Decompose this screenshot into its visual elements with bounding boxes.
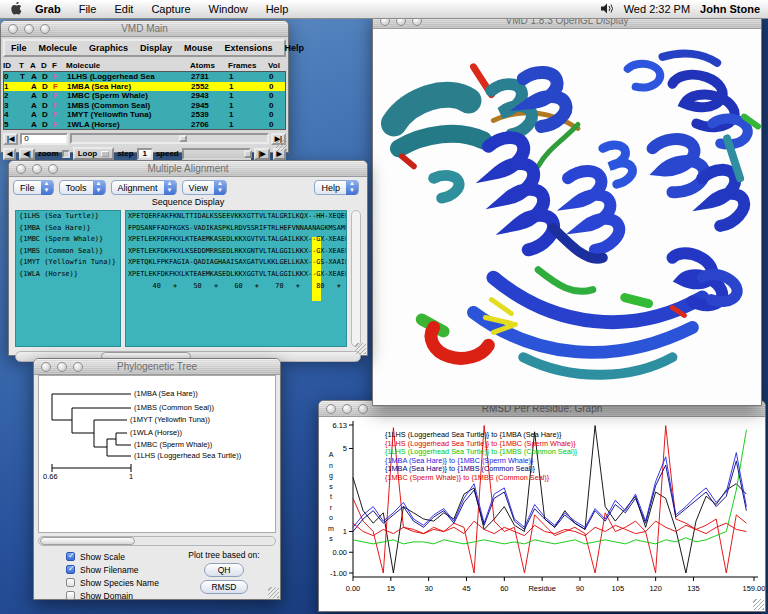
molecule-cell: 5 [4, 120, 20, 129]
show-scale-checkbox[interactable] [66, 552, 75, 561]
speed-slider[interactable] [182, 148, 252, 160]
sequence-name[interactable]: {1WLA (Horse)} [16, 269, 120, 281]
menubar-item-file[interactable]: File [70, 3, 106, 15]
sequence-name[interactable]: {1MBA (Sea Hare)} [16, 223, 120, 235]
resize-grip[interactable] [753, 599, 764, 610]
zoom-checkbox[interactable] [62, 150, 70, 158]
svg-text:135: 135 [687, 584, 700, 593]
menu-help[interactable]: Help [279, 43, 311, 53]
molecule-row[interactable]: 0TADF1LHS (Loggerhead Sea273110 [4, 72, 285, 82]
molecule-cell: 0 [269, 101, 289, 110]
show-species-label: Show Species Name [80, 578, 159, 588]
rmsd-button[interactable]: RMSD [200, 580, 247, 594]
menubar-user[interactable]: John Stone [700, 3, 760, 15]
scale-min-label: 0.66 [43, 472, 58, 481]
sequence-row[interactable]: FPDSANFFADFKGKS-VADIKASPKLRDVSSRIFTRLHEF… [126, 223, 346, 235]
molecule-cell: 1MBS (Common Seal) [67, 101, 191, 110]
molecule-cell: 2 [4, 91, 20, 100]
tree-leaf-label[interactable]: (1MBC (Sperm Whale)) [134, 440, 212, 449]
sequence-row[interactable]: XPETLEKFDRFKXLKTEAEMKASEDLKKXGVTVLTALGAI… [126, 234, 346, 246]
sequence-row[interactable]: XPETQKLFPKFAGIA-QADIAGHAAISAXGATVLKKLGEL… [126, 257, 346, 269]
show-species-checkbox[interactable] [66, 578, 75, 587]
molecule-row[interactable]: 2ADF1MBC (Sperm Whale)294310 [4, 91, 285, 101]
menu-graphics[interactable]: Graphics [83, 43, 134, 53]
vertical-scrollbar[interactable] [351, 210, 361, 347]
molecule-cell: 1MBA (Sea Hare) [67, 82, 191, 91]
alignment-menu-tools[interactable]: Tools▲▼ [59, 180, 106, 195]
jump-start-button[interactable]: |◀ [3, 133, 18, 145]
sequence-row[interactable]: XPETLEKFDKFKXLKTEAEMKASEDLKKXGGTVLTALGGI… [126, 269, 346, 281]
molecule-cell: 0 [269, 72, 289, 81]
step-forward-button[interactable]: |▶ [254, 148, 269, 160]
tree-leaf-label[interactable]: (1MYT (Yellowfin Tuna)) [130, 415, 210, 424]
molecule-row[interactable]: 4ADF1MYT (Yellowfin Tuna)253910 [4, 110, 285, 120]
phylo-titlebar[interactable]: Phylogenetic Tree [34, 359, 280, 375]
tree-leaf-label[interactable]: (1MBS (Common Seal)) [134, 403, 214, 412]
molecule-row[interactable]: 3ADF1MBS (Common Seal)294510 [4, 101, 285, 111]
plot-tree-label: Plot tree based on: [176, 550, 272, 560]
show-filename-checkbox[interactable] [66, 565, 75, 574]
svg-text:45: 45 [462, 584, 470, 593]
sequence-names-panel[interactable]: {1LHS (Sea Turtle)} {1MBA (Sea Hare)} {1… [15, 210, 121, 347]
molecule-row[interactable]: 1ADF1MBA (Sea Hare)255210 [4, 82, 285, 92]
menu-molecule[interactable]: Molecule [33, 43, 84, 53]
menu-display[interactable]: Display [134, 43, 178, 53]
molecule-cell: D [42, 120, 53, 129]
protein-structure-image[interactable] [373, 29, 761, 405]
volume-icon[interactable] [601, 3, 614, 16]
menu-extensions[interactable]: Extensions [219, 43, 279, 53]
svg-text:t: t [330, 493, 332, 500]
menubar-item-capture[interactable]: Capture [142, 3, 199, 15]
step-value-field[interactable]: 1 [137, 148, 153, 160]
sequence-name[interactable]: {1LHS (Sea Turtle)} [16, 211, 120, 223]
sequence-row[interactable]: XPETLEKFDKFKXLKSEDDMRRSEDLRKXGNTVLTALGGI… [126, 246, 346, 258]
loop-dropdown[interactable]: Loop [73, 147, 115, 160]
step-back-button[interactable]: ◀| [19, 148, 34, 160]
molecule-cell: T [20, 72, 31, 81]
resize-grip[interactable] [268, 587, 279, 598]
frame-slider[interactable] [70, 133, 268, 144]
frame-value-field[interactable]: 0 [20, 133, 68, 145]
molecule-cell: 3 [4, 101, 20, 110]
tree-canvas[interactable]: (1MBA (Sea Hare)) (1MBS (Common Seal)) (… [38, 375, 276, 533]
menubar-item-window[interactable]: Window [200, 3, 257, 15]
qh-button[interactable]: QH [204, 563, 244, 577]
alignment-menu-alignment[interactable]: Alignment▲▼ [111, 180, 177, 195]
horizontal-scrollbar[interactable] [38, 536, 276, 546]
menubar-item-grab[interactable]: Grab [26, 3, 70, 15]
molecule-cell: 1LHS (Loggerhead Sea [67, 72, 191, 81]
alignment-menu-file[interactable]: File▲▼ [13, 180, 54, 195]
molecule-row[interactable]: 5ADF1WLA (Horse)270610 [4, 120, 285, 130]
resize-grip[interactable] [276, 140, 287, 151]
sequence-data-panel[interactable]: XPETQERFAKFKNLTTIDALKSSEEVKKXGTTVLTALGRI… [125, 210, 347, 347]
alignment-titlebar[interactable]: Multiple Alignment [9, 161, 367, 177]
molecule-cell: 2706 [191, 120, 229, 129]
tree-leaf-label[interactable]: (1LHS (Loggerhead Sea Turtle)) [134, 451, 241, 460]
tree-leaf-label[interactable]: (1WLA (Horse)) [130, 428, 182, 437]
molecule-cell: F [53, 82, 67, 91]
play-reverse-button[interactable]: ◀ [3, 148, 16, 160]
show-domain-checkbox[interactable] [66, 591, 75, 600]
rmsd-legend: {1LHS (Loggerhead Sea Turtle)} to {1MBA … [385, 431, 577, 483]
vmd-main-titlebar[interactable]: VMD Main [1, 21, 288, 37]
sequence-name[interactable]: {1MBS (Common Seal)} [16, 246, 120, 258]
molecule-cell: 1MYT (Yellowfin Tuna) [67, 110, 191, 119]
menubar-item-help[interactable]: Help [257, 3, 298, 15]
menubar-item-edit[interactable]: Edit [105, 3, 142, 15]
sequence-row[interactable]: XPETQERFAKFKNLTTIDALKSSEEVKKXGTTVLTALGRI… [126, 211, 346, 223]
svg-text:5: 5 [343, 444, 347, 453]
menu-mouse[interactable]: Mouse [178, 43, 219, 53]
alignment-menu-view[interactable]: View▲▼ [182, 180, 227, 195]
sequence-name[interactable]: {1MYT (Yellowfin Tuna)} [16, 257, 120, 269]
alignment-menu-help[interactable]: Help▲▼ [314, 180, 359, 195]
menu-file[interactable]: File [5, 43, 33, 53]
tree-leaf-label[interactable]: (1MBA (Sea Hare)) [134, 389, 198, 398]
menubar-clock[interactable]: Wed 2:32 PM [624, 3, 690, 15]
legend-entry: {1MBC (Sperm Whale)} to {1MBS (Common Se… [385, 474, 577, 483]
alignment-menu-row: File▲▼ Tools▲▼ Alignment▲▼ View▲▼ Help▲▼ [9, 177, 367, 196]
sequence-name[interactable]: {1MBC (Sperm Whale)} [16, 234, 120, 246]
apple-menu-icon[interactable] [6, 2, 26, 17]
svg-text:m: m [328, 525, 334, 532]
molecule-cell: 1 [229, 82, 269, 91]
resize-grip[interactable] [355, 343, 366, 354]
